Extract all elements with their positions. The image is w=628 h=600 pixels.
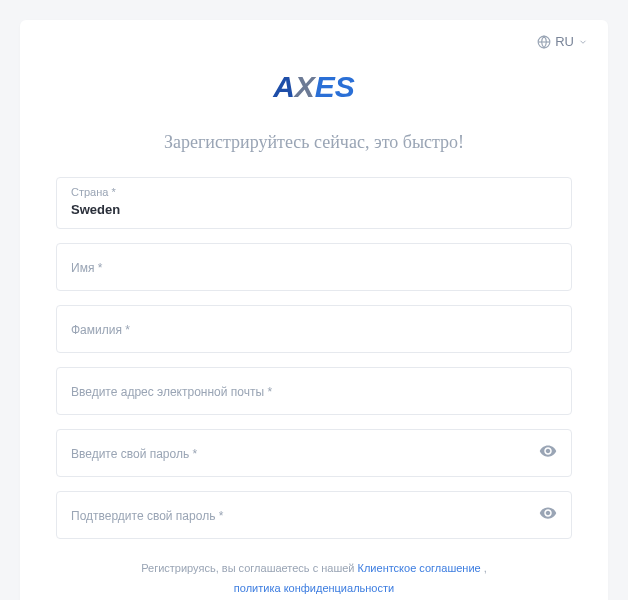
language-label: RU: [555, 34, 574, 49]
country-value: Sweden: [71, 202, 120, 217]
email-placeholder: Введите адрес электронной почты *: [71, 385, 272, 399]
firstname-placeholder: Имя *: [71, 261, 102, 275]
eye-icon: [539, 442, 557, 460]
registration-card: RU AXES Зарегистрируйтесь сейчас, это бы…: [20, 20, 608, 600]
country-field[interactable]: Страна * Sweden: [56, 177, 572, 229]
password-visibility-toggle[interactable]: [539, 442, 557, 464]
chevron-down-icon: [578, 37, 588, 47]
password-confirm-placeholder: Подтвердите свой пароль *: [71, 509, 223, 523]
eye-icon: [539, 504, 557, 522]
privacy-policy-link[interactable]: политика конфиденциальности: [234, 582, 394, 594]
agreement-text: Регистрируясь, вы соглашаетесь с нашей К…: [56, 559, 572, 599]
password-confirm-visibility-toggle[interactable]: [539, 504, 557, 526]
globe-icon: [537, 35, 551, 49]
language-selector[interactable]: RU: [537, 34, 588, 49]
logo: AXES: [273, 70, 355, 104]
lastname-placeholder: Фамилия *: [71, 323, 130, 337]
lastname-field[interactable]: Фамилия *: [56, 305, 572, 353]
client-agreement-link[interactable]: Клиентское соглашение: [358, 562, 481, 574]
firstname-field[interactable]: Имя *: [56, 243, 572, 291]
password-confirm-field[interactable]: Подтвердите свой пароль *: [56, 491, 572, 539]
logo-container: AXES: [56, 70, 572, 104]
country-label: Страна *: [71, 186, 557, 198]
page-title: Зарегистрируйтесь сейчас, это быстро!: [56, 132, 572, 153]
email-field[interactable]: Введите адрес электронной почты *: [56, 367, 572, 415]
password-placeholder: Введите свой пароль *: [71, 447, 197, 461]
password-field[interactable]: Введите свой пароль *: [56, 429, 572, 477]
